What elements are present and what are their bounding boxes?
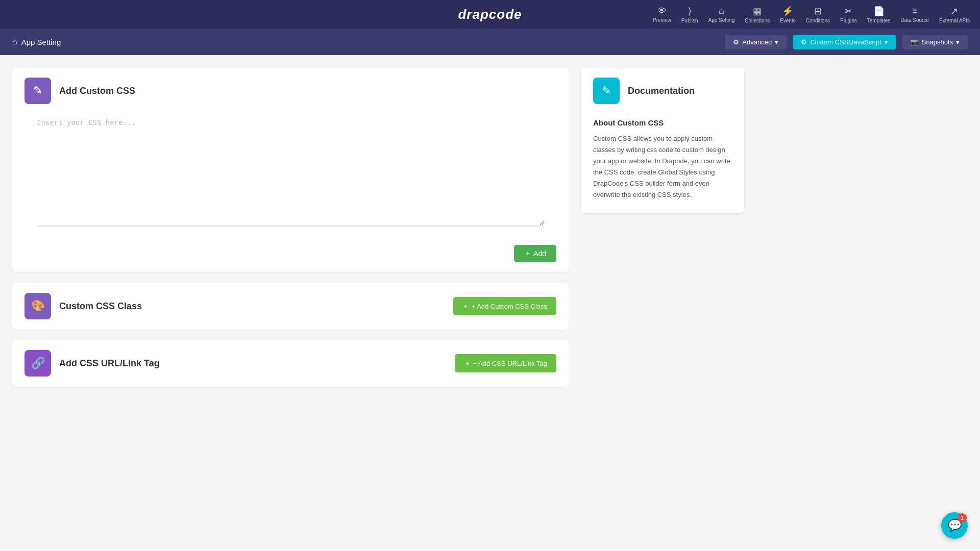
css-chevron-icon: ▾ [885, 38, 888, 46]
nav-plugins[interactable]: ✂ Plugins [840, 6, 857, 23]
custom-css-class-header-left: 🎨 Custom CSS Class [24, 293, 142, 319]
custom-css-title: Add Custom CSS [59, 86, 135, 96]
advanced-icon: ⚙ [733, 38, 739, 46]
add-css-label: Add [533, 249, 546, 258]
add-css-url-card: 🔗 Add CSS URL/Link Tag ＋ + Add CSS URL/L… [12, 340, 569, 387]
add-css-url-button[interactable]: ＋ + Add CSS URL/Link Tag [455, 354, 556, 372]
publish-icon: ⟩ [688, 6, 692, 17]
collections-icon: ▦ [753, 6, 762, 17]
conditions-icon: ⊞ [814, 6, 822, 17]
nav-external-apis[interactable]: ↗ External APIs [939, 6, 970, 23]
snapshots-button[interactable]: 📷 Snapshots ▾ [902, 35, 968, 49]
secondary-nav-actions: ⚙ Advanced ▾ ⚙ Custom CSS/JavaScript ▾ 📷… [725, 35, 968, 49]
secondary-nav: ⌂ App Setting ⚙ Advanced ▾ ⚙ Custom CSS/… [0, 29, 980, 55]
documentation-body: About Custom CSS Custom CSS allows you t… [581, 114, 744, 213]
add-custom-css-card: ✎ Add Custom CSS ＋ Add [12, 67, 569, 272]
events-label: Events [780, 18, 796, 23]
advanced-label: Advanced [742, 38, 772, 46]
app-setting-label: App Setting [708, 17, 735, 23]
preview-label: Preview [653, 17, 671, 23]
add-css-url-header-left: 🔗 Add CSS URL/Link Tag [24, 350, 160, 377]
preview-icon: 👁 [657, 6, 667, 16]
collections-label: Collections [745, 18, 770, 23]
custom-css-body [12, 114, 569, 239]
custom-css-card-icon: ✎ [24, 78, 51, 104]
app-setting-icon: ⌂ [719, 6, 724, 16]
documentation-header: ✎ Documentation [581, 67, 744, 114]
nav-app-setting[interactable]: ⌂ App Setting [708, 6, 735, 23]
css-textarea[interactable] [37, 114, 544, 227]
nav-publish[interactable]: ⟩ Publish [681, 6, 698, 23]
custom-css-class-header: 🎨 Custom CSS Class ＋ + Add Custom CSS Cl… [12, 283, 569, 330]
data-source-icon: ≡ [912, 6, 918, 16]
add-custom-css-class-button[interactable]: ＋ + Add Custom CSS Class [453, 297, 556, 315]
custom-css-button[interactable]: ⚙ Custom CSS/JavaScript ▾ [793, 35, 896, 49]
plugins-label: Plugins [840, 18, 857, 23]
plus-icon: ＋ [524, 249, 531, 258]
nav-templates[interactable]: 📄 Templates [867, 6, 891, 23]
custom-css-class-icon: 🎨 [24, 293, 51, 319]
top-nav: drapcode 👁 Preview ⟩ Publish ⌂ App Setti… [0, 0, 980, 29]
pencil-icon: ✎ [33, 84, 42, 97]
nav-conditions[interactable]: ⊞ Conditions [806, 6, 830, 23]
documentation-section-title: About Custom CSS [593, 118, 732, 127]
advanced-button[interactable]: ⚙ Advanced ▾ [725, 35, 787, 49]
documentation-text: Custom CSS allows you to apply custom cl… [593, 133, 732, 201]
nav-preview[interactable]: 👁 Preview [653, 6, 671, 23]
main-content: ✎ Add Custom CSS ＋ Add 🎨 [0, 55, 980, 399]
add-css-button[interactable]: ＋ Add [514, 245, 556, 262]
nav-events[interactable]: ⚡ Events [780, 6, 796, 23]
link-icon: 🔗 [31, 357, 45, 370]
templates-label: Templates [867, 18, 891, 23]
snapshots-chevron-icon: ▾ [956, 38, 960, 46]
templates-icon: 📄 [873, 6, 885, 17]
top-nav-icons: 👁 Preview ⟩ Publish ⌂ App Setting ▦ Coll… [653, 6, 970, 23]
custom-css-class-card: 🎨 Custom CSS Class ＋ + Add Custom CSS Cl… [12, 283, 569, 330]
advanced-chevron-icon: ▾ [775, 38, 778, 46]
documentation-card: ✎ Documentation About Custom CSS Custom … [581, 67, 744, 213]
custom-css-footer: ＋ Add [12, 239, 569, 272]
left-column: ✎ Add Custom CSS ＋ Add 🎨 [12, 67, 569, 387]
publish-label: Publish [681, 18, 698, 23]
plugins-icon: ✂ [845, 6, 852, 17]
external-apis-label: External APIs [939, 18, 970, 23]
documentation-icon: ✎ [593, 78, 620, 104]
add-css-url-title: Add CSS URL/Link Tag [59, 358, 160, 369]
add-css-url-header: 🔗 Add CSS URL/Link Tag ＋ + Add CSS URL/L… [12, 340, 569, 387]
conditions-label: Conditions [806, 18, 830, 23]
nav-collections[interactable]: ▦ Collections [745, 6, 770, 23]
camera-icon: 📷 [911, 38, 919, 46]
add-custom-css-header: ✎ Add Custom CSS [12, 67, 569, 114]
home-icon: ⌂ [12, 37, 17, 46]
edit-icon: ✎ [602, 84, 611, 97]
app-setting-text: App Setting [21, 38, 61, 46]
data-source-label: Data Source [900, 17, 929, 23]
plus-icon-url: ＋ [464, 359, 471, 368]
snapshots-label: Snapshots [922, 38, 953, 46]
right-column: ✎ Documentation About Custom CSS Custom … [581, 67, 744, 387]
css-label: Custom CSS/JavaScript [810, 38, 881, 46]
custom-css-class-title: Custom CSS Class [59, 301, 142, 312]
events-icon: ⚡ [782, 6, 793, 17]
plus-icon-class: ＋ [462, 302, 469, 311]
external-apis-icon: ↗ [950, 6, 958, 17]
add-custom-css-class-label: + Add Custom CSS Class [472, 303, 547, 310]
add-css-url-icon: 🔗 [24, 350, 51, 377]
nav-data-source[interactable]: ≡ Data Source [900, 6, 929, 23]
app-setting-breadcrumb[interactable]: ⌂ App Setting [12, 37, 61, 46]
documentation-title: Documentation [628, 86, 695, 96]
logo: drapcode [458, 7, 522, 22]
add-css-url-label: + Add CSS URL/Link Tag [473, 360, 547, 367]
palette-icon: 🎨 [31, 299, 45, 313]
css-icon: ⚙ [801, 38, 807, 46]
